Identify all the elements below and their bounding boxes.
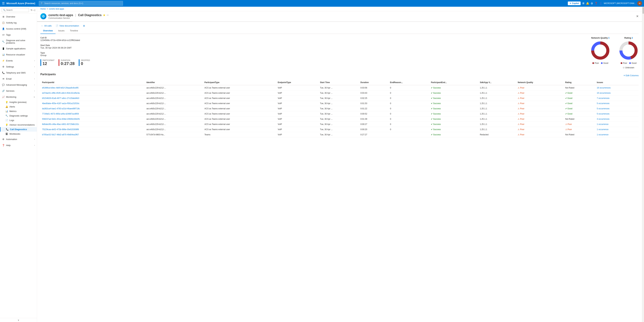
sidebar-item-call-diagnostics[interactable]: 📞 Call Diagnostics [0, 127, 37, 132]
user-info[interactable]: MICROSOFT (MICROSOFT.ONM... [604, 2, 636, 4]
sidebar-item-settings[interactable]: ⚙ Settings › [0, 64, 37, 70]
sidebar-search-input[interactable] [2, 8, 29, 12]
cell-sdk-app: 1.25.1.1 [478, 101, 516, 106]
sidebar-item-access-control[interactable]: 👤 Access control (IAM) [0, 26, 37, 32]
network-quality-title: Network Quality ℹ [591, 37, 609, 39]
cell-issues[interactable]: 7 occurrences [595, 96, 638, 101]
sidebar-item-tags[interactable]: 🏷 Tags [0, 32, 37, 38]
sidebar-item-diagnostic-settings[interactable]: 🔧 Diagnostic settings [0, 114, 37, 118]
sidebar-item-logs[interactable]: 📄 Logs [0, 118, 37, 123]
sidebar-item-label: Help [6, 144, 10, 147]
cell-participant-end: ✔Success [429, 91, 478, 96]
person-icon[interactable]: 👤 [599, 2, 602, 5]
sidebar-scroll-down[interactable]: ∨ [0, 318, 37, 322]
cell-participant-id[interactable]: df1996cd-b9ec-4b6f-b61f-29aaa9c8cd95 [40, 85, 145, 91]
sidebar-item-metrics[interactable]: 📊 Metrics [0, 109, 37, 114]
resource-title-area: corertc-test-apps | Call Diagnostics ★ ·… [48, 13, 109, 19]
sidebar-item-workbooks[interactable]: 📓 Workbooks [0, 132, 37, 136]
sidebar-item-telephony[interactable]: 📞 Telephony and SMS › [0, 70, 37, 76]
svg-point-6 [594, 44, 606, 57]
metrics-icon: 📊 [6, 110, 8, 113]
sidebar-item-diagnose[interactable]: 🔧 Diagnose and solve problems [0, 38, 37, 45]
cell-participant-id[interactable]: 556037ad-5d2c-451e-83bd-20606c63b3f1 [40, 117, 145, 122]
cell-issues[interactable]: 1 occurrence [595, 122, 638, 127]
bell-icon[interactable]: 🔔 [586, 2, 589, 5]
sidebar-item-advisor[interactable]: 💡 Advisor recommendations [0, 123, 37, 127]
sidebar-item-sample-apps[interactable]: 📱 Sample applications [0, 45, 37, 51]
cell-issues[interactable]: 15 occurrences [595, 91, 638, 96]
cell-issues[interactable]: 16 occurrences [595, 85, 638, 91]
sidebar-item-email[interactable]: ✉ Email › [0, 76, 37, 82]
close-icon[interactable]: ✕ [636, 15, 638, 18]
cell-issues[interactable]: 1 occurrence [595, 127, 638, 132]
sidebar-item-monitoring[interactable]: 📈 Monitoring ∨ [0, 94, 37, 100]
view-documentation-button[interactable]: 📄 View documentation [55, 24, 80, 28]
rating-legend-unknown: Unknown [623, 66, 634, 69]
sidebar-item-events[interactable]: ⚡ Events › [0, 58, 37, 64]
sidebar-item-resource-viz[interactable]: 📊 Resource visualizer [0, 51, 37, 58]
sidebar-item-activity-log[interactable]: 📋 Activity log [0, 20, 37, 26]
sidebar-item-alerts[interactable]: 🔔 Alerts [0, 104, 37, 109]
question-icon[interactable]: ❓ [594, 2, 598, 5]
breadcrumb-resource[interactable]: corertc-test-apps [49, 8, 64, 10]
cell-rating: ⚠Poor [564, 122, 595, 127]
charts-area: Network Quality ℹ [590, 37, 638, 69]
tab-timeline[interactable]: Timeline [67, 28, 81, 34]
tab-overview[interactable]: Overview [40, 28, 56, 34]
cell-issues[interactable]: 3 occurrences [595, 117, 638, 122]
cell-participant-type: Teams [203, 132, 276, 137]
cell-issues[interactable]: 5 occurrences [595, 106, 638, 111]
sidebar-item-services[interactable]: 🔗 Services › [0, 88, 37, 94]
back-button[interactable]: ← All calls [40, 24, 52, 28]
events-icon: ⚡ [2, 59, 5, 62]
more-icon[interactable]: ··· [107, 14, 109, 16]
cell-issues[interactable]: 5 occurrences [595, 101, 638, 106]
scrollbar-area[interactable] [642, 7, 644, 322]
breadcrumb-home[interactable]: Home [40, 8, 46, 10]
gear-icon[interactable]: ⚙ [591, 2, 593, 5]
copilot-button[interactable]: ✦ Copilot [568, 1, 580, 5]
hamburger-icon[interactable]: ☰ [2, 1, 5, 5]
avatar[interactable]: M [637, 1, 642, 6]
advisor-icon: 💡 [6, 124, 8, 126]
participants-table: ParticipantId Identifier ParticipantType… [40, 80, 638, 137]
table-body: df1996cd-b9ec-4b6f-b61f-29aaa9c8cd95 acs… [40, 85, 638, 137]
edit-columns-button[interactable]: ≡ Edit Columns [624, 74, 638, 77]
tab-issues[interactable]: Issues [56, 28, 67, 34]
cell-end-reason: 0 [388, 117, 429, 122]
chevron-right-icon: › [34, 78, 35, 80]
star-icon[interactable]: ★ [103, 13, 105, 17]
cell-end-reason [388, 132, 429, 137]
call-details: Call ID 1234566c-071b-4264-bf1d-cc22ff82… [40, 37, 585, 69]
monitor-icon[interactable]: 🖥 [582, 2, 585, 5]
cell-issues[interactable]: 5 occurrences [595, 111, 638, 117]
col-issues: Issues [595, 80, 638, 85]
app-title: Microsoft Azure (Preview) [6, 2, 35, 5]
sidebar-item-automation[interactable]: ⚙ Automation › [0, 136, 37, 142]
participants-table-container[interactable]: ParticipantId Identifier ParticipantType… [40, 80, 638, 137]
call-diagnostics-icon: 📞 [6, 128, 8, 131]
sidebar-item-label: Email [6, 78, 12, 80]
cell-participant-id[interactable]: 4bed0abe-455e-4187-aa1e-f591a152f16c [40, 101, 145, 106]
sidebar-item-insights[interactable]: 💡 Insights (preview) [0, 100, 37, 104]
cell-participant-id[interactable]: 75229caa-de52-473b-986e-00e520308f8 [40, 127, 145, 132]
chevron-right-icon: › [34, 84, 35, 86]
cell-participant-id[interactable]: 8d0abc89-c48a-46ac-b901-83729db132c [40, 122, 145, 127]
sidebar-item-advanced-messaging[interactable]: 💬 Advanced Messaging › [0, 82, 37, 88]
sidebar-item-overview[interactable]: ⊞ Overview [0, 13, 37, 20]
sidebar-item-help[interactable]: ❓ Help › [0, 142, 37, 148]
collapse-icon[interactable]: ◁ [33, 9, 35, 11]
cell-participant-id[interactable]: 771ffa61-4673-495d-a4fa-d24887acd959 [40, 111, 145, 117]
cell-participant-id[interactable]: da382ca4-bae1-4783-a31d-46aee89f718c [40, 106, 145, 111]
refresh-icon[interactable]: ↻ [30, 9, 33, 11]
info-icon[interactable]: ℹ [608, 37, 609, 39]
rating-info-icon[interactable]: ℹ [632, 37, 633, 39]
cell-participant-id[interactable]: ed7dac61-ef6b-4545-a9c4-454c32cd5e3a [40, 91, 145, 96]
cell-participant-id[interactable]: b5154626-81a6-4677-a6cc-27c20abd4b3 [40, 96, 145, 101]
global-search-bar[interactable]: 🔍 [39, 1, 123, 6]
global-search-input[interactable] [44, 2, 121, 4]
grid-button[interactable]: ⊞ [82, 24, 86, 28]
cell-participant-id[interactable]: b705ac02-5d17-48d2-a870-49d04ea3f67 [40, 132, 145, 137]
email-icon: ✉ [2, 77, 5, 80]
cell-issues[interactable]: 1 occurrence [595, 132, 638, 137]
